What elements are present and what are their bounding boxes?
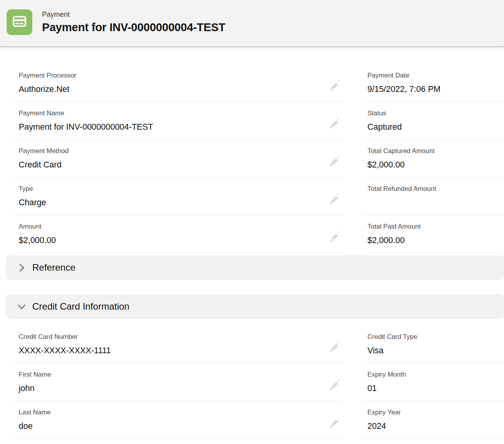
field-label: Total Paid Amount (367, 222, 486, 231)
section-title: Reference (32, 262, 76, 273)
entity-label: Payment (42, 10, 225, 19)
field-value: 01 (367, 382, 486, 394)
field-label: Total Captured Amount (367, 147, 486, 155)
field-total-paid-amount: Total Paid Amount $2,000.00 (363, 215, 504, 253)
field-value (367, 197, 486, 208)
edit-pencil-icon[interactable] (330, 194, 340, 204)
field-value: Authorize.Net (19, 83, 326, 95)
field-first-name: First Name john (14, 363, 344, 401)
field-value: $2,000.00 (367, 234, 486, 246)
edit-pencil-icon[interactable] (330, 232, 340, 242)
field-value: Payment for INV-0000000004-TEST (19, 121, 326, 133)
field-total-refunded-amount: Total Refunded Amount (363, 178, 504, 215)
field-value: Credit Card (19, 159, 326, 171)
field-credit-card-type: Credit Card Type Visa (363, 326, 504, 363)
credit-card-icon (11, 13, 28, 31)
field-label: Total Refunded Amount (367, 185, 486, 193)
field-label: Payment Method (19, 147, 326, 155)
field-status: Status Captured (363, 102, 504, 140)
field-payment-date: Payment Date 9/15/2022, 7:06 PM (363, 64, 504, 102)
field-label: Credit Card Number (19, 333, 326, 341)
field-value: 9/15/2022, 7:06 PM (367, 83, 486, 95)
record-header: Payment Payment for INV-0000000004-TEST (0, 0, 504, 47)
payment-entity-icon (7, 9, 32, 35)
edit-pencil-icon[interactable] (330, 156, 340, 167)
field-label: Expiry Month (367, 370, 486, 379)
field-label: Last Name (19, 408, 326, 416)
field-expiry-year: Expiry Year 2024 (363, 401, 504, 439)
payment-details-grid: Payment Processor Authorize.Net Payment … (14, 64, 504, 253)
field-payment-processor: Payment Processor Authorize.Net (14, 64, 344, 102)
field-last-name: Last Name doe (14, 401, 344, 439)
field-label: Payment Name (19, 109, 326, 117)
field-total-captured-amount: Total Captured Amount $2,000.00 (363, 140, 504, 178)
edit-pencil-icon[interactable] (330, 118, 340, 129)
field-label: First Name (19, 370, 326, 379)
field-value: Captured (367, 121, 486, 133)
field-label: Credit Card Type (367, 333, 486, 341)
field-label: Type (19, 185, 326, 193)
edit-pencil-icon[interactable] (330, 81, 340, 91)
section-title: Credit Card Information (32, 301, 129, 312)
field-value: $2,000.00 (19, 234, 326, 246)
field-type: Type Charge (14, 178, 344, 215)
field-expiry-month: Expiry Month 01 (363, 363, 504, 401)
field-value: doe (19, 420, 326, 432)
field-label: Status (367, 109, 486, 117)
field-value: Visa (367, 345, 486, 356)
chevron-right-icon (17, 263, 26, 273)
edit-pencil-icon[interactable] (330, 418, 340, 428)
field-credit-card-number: Credit Card Number XXXX-XXXX-XXXX-1111 (14, 326, 344, 363)
field-value: XXXX-XXXX-XXXX-1111 (19, 345, 326, 356)
section-header-reference[interactable]: Reference (6, 255, 504, 280)
field-label: Expiry Year (367, 408, 486, 416)
chevron-down-icon (17, 302, 26, 312)
section-header-credit-card-information[interactable]: Credit Card Information (6, 294, 504, 319)
field-label: Payment Processor (19, 71, 326, 79)
edit-pencil-icon[interactable] (330, 342, 340, 352)
field-payment-method: Payment Method Credit Card (14, 140, 344, 178)
edit-pencil-icon[interactable] (330, 380, 340, 390)
field-label: Payment Date (367, 71, 486, 79)
field-value: john (19, 382, 326, 394)
field-value: $2,000.00 (367, 159, 486, 171)
field-value: Charge (19, 197, 326, 208)
field-value: 2024 (367, 420, 486, 432)
field-label: Amount (19, 222, 326, 231)
page-title: Payment for INV-0000000004-TEST (42, 20, 225, 35)
field-amount: Amount $2,000.00 (14, 215, 344, 253)
credit-card-info-grid: Credit Card Number XXXX-XXXX-XXXX-1111 C… (14, 326, 504, 439)
field-payment-name: Payment Name Payment for INV-0000000004-… (14, 102, 344, 140)
